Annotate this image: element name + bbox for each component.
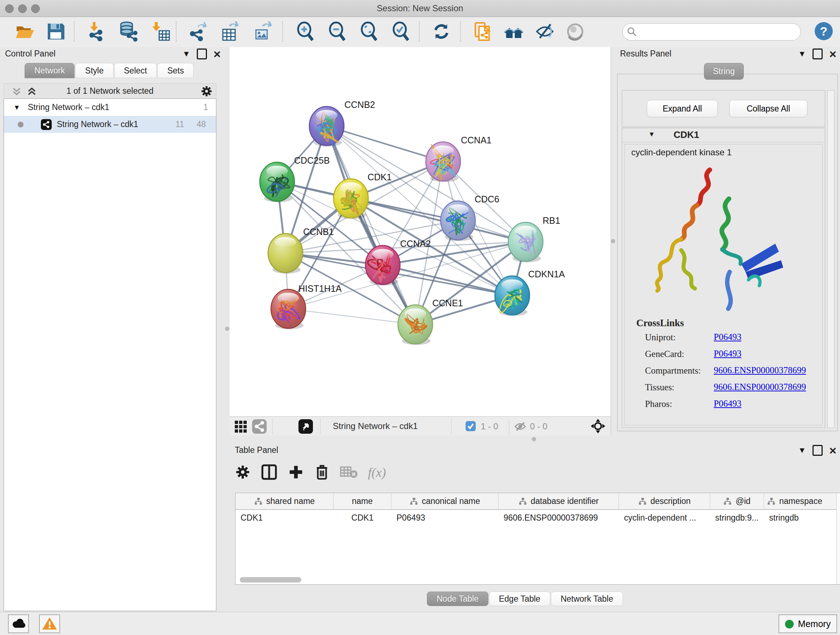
delete-table-button[interactable] bbox=[340, 464, 358, 481]
export-table-button[interactable] bbox=[218, 20, 242, 43]
network-node-CCNB2[interactable]: CCNB2 bbox=[309, 100, 375, 147]
search-input[interactable] bbox=[640, 25, 797, 39]
cell-description[interactable]: cyclin-dependent ... bbox=[619, 510, 710, 526]
save-session-button[interactable] bbox=[44, 20, 67, 43]
window-title: Session: New Session bbox=[0, 3, 840, 13]
control-panel-float-icon[interactable] bbox=[197, 49, 207, 59]
delete-table-icon bbox=[340, 465, 358, 479]
tab-network[interactable]: Network bbox=[25, 63, 74, 78]
import-network-button[interactable] bbox=[84, 20, 107, 43]
selected-checkbox-icon[interactable] bbox=[465, 420, 477, 433]
splitter-grip[interactable] bbox=[225, 326, 229, 331]
export-network-button[interactable] bbox=[186, 20, 209, 43]
tab-style[interactable]: Style bbox=[75, 63, 113, 78]
table-panel-close-icon[interactable]: × bbox=[829, 446, 836, 455]
cell-canonical-name[interactable]: P06493 bbox=[392, 510, 499, 526]
table-row[interactable]: CDK1 CDK1 P06493 9606.ENSP00000378699 cy… bbox=[235, 510, 840, 526]
network-collection-row[interactable]: ▼ String Network – cdk1 1 bbox=[4, 99, 216, 116]
open-session-button[interactable] bbox=[13, 20, 36, 43]
delete-column-button[interactable] bbox=[314, 464, 330, 481]
network-node-CCNB1[interactable]: CCNB1 bbox=[268, 226, 334, 274]
memory-button[interactable]: Memory bbox=[778, 614, 837, 633]
results-panel-menu-icon[interactable]: ▼ bbox=[798, 49, 806, 59]
zoom-fit-button[interactable] bbox=[357, 20, 381, 43]
network-node-CDK1[interactable]: CDK1 bbox=[333, 172, 392, 219]
crosslink-link[interactable]: P06493 bbox=[714, 348, 741, 359]
table-settings-button[interactable] bbox=[235, 464, 251, 481]
results-panel-close-icon[interactable]: × bbox=[829, 49, 836, 59]
left-splitter[interactable] bbox=[224, 47, 230, 612]
cell-id[interactable]: stringdb:9... bbox=[710, 510, 764, 526]
column-header[interactable]: description bbox=[619, 493, 710, 509]
node-details-expand-icon[interactable]: ▼ bbox=[648, 130, 655, 138]
table-tabs: Node Table Edge Table Network Table bbox=[427, 592, 624, 606]
results-scrollbar[interactable] bbox=[827, 90, 835, 428]
cell-name[interactable]: CDK1 bbox=[333, 510, 392, 526]
collection-expand-icon[interactable]: ▼ bbox=[13, 99, 20, 116]
collapse-all-button[interactable]: Collapse All bbox=[729, 100, 807, 117]
view-network-type-button[interactable] bbox=[252, 419, 267, 435]
cell-namespace[interactable]: stringdb bbox=[764, 510, 825, 526]
table-vertical-scrollbar[interactable] bbox=[836, 493, 840, 584]
add-column-button[interactable] bbox=[287, 464, 304, 481]
cell-shared-name[interactable]: CDK1 bbox=[235, 510, 333, 526]
network-row[interactable]: String Network – cdk1 11 48 bbox=[4, 116, 216, 133]
control-panel-menu-icon[interactable]: ▼ bbox=[182, 49, 190, 59]
column-header[interactable]: shared name bbox=[235, 493, 333, 509]
tab-network-table[interactable]: Network Table bbox=[551, 592, 623, 606]
table-panel-float-icon[interactable] bbox=[813, 445, 823, 456]
import-table-button[interactable] bbox=[149, 20, 172, 43]
hidden-eye-icon[interactable] bbox=[514, 420, 526, 434]
warning-status-button[interactable] bbox=[39, 614, 60, 633]
copy-network-button[interactable] bbox=[471, 20, 494, 43]
export-image-button[interactable] bbox=[251, 20, 274, 43]
grid-view-button[interactable] bbox=[234, 419, 248, 434]
table-horizontal-scrollbar[interactable] bbox=[240, 577, 302, 583]
zoom-selected-button[interactable] bbox=[389, 20, 412, 43]
column-header[interactable]: canonical name bbox=[392, 493, 499, 509]
crosslink-row: Pharos: P06493 bbox=[645, 399, 672, 409]
network-node-RB1[interactable]: RB1 bbox=[508, 215, 561, 263]
crosslink-link[interactable]: P06493 bbox=[714, 399, 741, 409]
tab-string[interactable]: String bbox=[704, 63, 744, 80]
network-node-HIST1H1A[interactable]: HIST1H1A bbox=[271, 283, 342, 329]
show-columns-button[interactable] bbox=[261, 464, 278, 481]
table-panel-menu-icon[interactable]: ▼ bbox=[798, 445, 806, 455]
expand-all-button[interactable]: Expand All bbox=[647, 100, 718, 117]
tab-sets[interactable]: Sets bbox=[157, 63, 194, 78]
import-database-button[interactable] bbox=[117, 20, 140, 43]
refresh-button[interactable] bbox=[430, 20, 453, 43]
column-header[interactable]: name bbox=[333, 493, 392, 509]
tab-edge-table[interactable]: Edge Table bbox=[489, 592, 550, 606]
gear-icon[interactable] bbox=[201, 86, 212, 97]
zoom-in-button[interactable] bbox=[294, 20, 317, 43]
zoom-out-button[interactable] bbox=[325, 20, 349, 43]
crosslink-link[interactable]: 9606.ENSP00000378699 bbox=[714, 365, 806, 375]
fit-content-button[interactable] bbox=[591, 418, 606, 435]
network-node-CDKN1A[interactable]: CDKN1A bbox=[495, 269, 565, 316]
function-builder-button[interactable]: f(x) bbox=[368, 465, 386, 480]
network-node-CCNA1[interactable]: CCNA1 bbox=[426, 135, 492, 182]
string-home-button[interactable] bbox=[502, 20, 525, 43]
cell-database-identifier[interactable]: 9606.ENSP00000378699 bbox=[499, 510, 619, 526]
grid-view-icon bbox=[234, 419, 248, 433]
cloud-status-button[interactable] bbox=[8, 614, 29, 633]
control-panel-close-icon[interactable]: × bbox=[213, 49, 221, 59]
crosslink-link[interactable]: P06493 bbox=[714, 332, 741, 342]
show-glass-button[interactable] bbox=[533, 20, 556, 43]
tab-select[interactable]: Select bbox=[114, 63, 157, 78]
tab-node-table[interactable]: Node Table bbox=[427, 592, 488, 606]
column-header[interactable]: @id bbox=[710, 493, 764, 509]
network-canvas[interactable]: CCNB2CCNA1CDC25BCDK1CDC6RB1CCNB1CCNA2CDK… bbox=[230, 47, 611, 416]
results-panel-float-icon[interactable] bbox=[813, 49, 823, 59]
hide-glass-button[interactable] bbox=[564, 20, 587, 43]
network-node-CCNE1[interactable]: CCNE1 bbox=[398, 298, 463, 345]
node-details-header[interactable]: ▼ CDK1 bbox=[622, 128, 825, 142]
splitter-grip[interactable] bbox=[532, 437, 536, 441]
birdseye-button[interactable] bbox=[298, 419, 313, 435]
crosslink-link[interactable]: 9606.ENSP00000378699 bbox=[714, 382, 806, 392]
help-button[interactable]: ? bbox=[815, 22, 833, 40]
column-header[interactable]: database identifier bbox=[499, 493, 619, 509]
column-header[interactable]: namespace bbox=[764, 493, 825, 509]
table-header-row: shared name name canonical name database… bbox=[235, 493, 840, 510]
